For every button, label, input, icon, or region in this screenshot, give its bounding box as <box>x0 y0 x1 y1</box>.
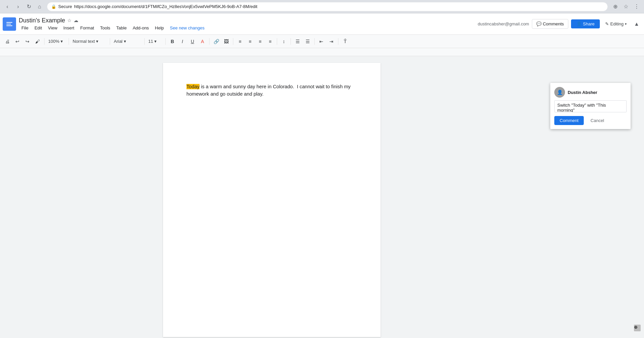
menu-file[interactable]: File <box>19 25 31 31</box>
style-selector[interactable]: Normal text ▾ <box>71 37 108 46</box>
align-justify-button[interactable]: ≡ <box>265 37 275 46</box>
undo-button[interactable]: ↩ <box>13 37 22 46</box>
comment-submit-button[interactable]: Comment <box>554 116 584 125</box>
bullet-list-button[interactable]: ☰ <box>303 37 312 46</box>
align-left-button[interactable]: ≡ <box>235 37 245 46</box>
size-value: 11 <box>148 39 153 44</box>
image-button[interactable]: 🖼 <box>222 37 231 46</box>
numbered-list-button[interactable]: ☰ <box>293 37 302 46</box>
underline-button[interactable]: U <box>188 37 197 46</box>
format-paint-button[interactable]: 🖌 <box>33 37 42 46</box>
divider-2 <box>69 38 69 45</box>
forward-button[interactable]: › <box>13 2 23 11</box>
address-text: https://docs.google.com/document/d/1FTMi… <box>74 4 257 9</box>
menu-format[interactable]: Format <box>78 25 97 31</box>
reload-button[interactable]: ↻ <box>24 2 33 11</box>
highlighted-word[interactable]: Today <box>186 84 199 89</box>
comment-icon: 💬 <box>536 21 542 26</box>
size-chevron: ▾ <box>154 39 157 44</box>
share-icon: 👤 <box>576 21 582 26</box>
menu-help[interactable]: Help <box>152 25 167 31</box>
line-spacing-button[interactable]: ↕ <box>279 37 289 46</box>
text-color-button[interactable]: A <box>198 37 207 46</box>
app-header: Dustin's Example ☆ ☁ File Edit View Inse… <box>0 13 644 35</box>
italic-button[interactable]: I <box>178 37 187 46</box>
indent-more-button[interactable]: ⇥ <box>327 37 336 46</box>
logo-line-1 <box>6 22 12 23</box>
toolbar: 🖨 ↩ ↪ 🖌 100% ▾ Normal text ▾ Arial ▾ 11 … <box>0 35 644 48</box>
menu-edit[interactable]: Edit <box>32 25 45 31</box>
font-selector[interactable]: Arial ▾ <box>112 37 142 46</box>
menu-addons[interactable]: Add-ons <box>130 25 151 31</box>
browser-chrome: ‹ › ↻ ⌂ 🔒 Secure https://docs.google.com… <box>0 0 644 13</box>
home-button[interactable]: ⌂ <box>35 2 44 11</box>
doc-area[interactable]: Today is a warm and sunny day here in Co… <box>0 56 544 338</box>
clear-format-button[interactable]: T̄ <box>340 37 350 46</box>
menu-table[interactable]: Table <box>113 25 129 31</box>
style-chevron: ▾ <box>96 39 98 44</box>
doc-page[interactable]: Today is a warm and sunny day here in Co… <box>163 63 381 337</box>
user-email: dustincabsher@gmail.com <box>478 21 529 26</box>
share-button[interactable]: 👤 Share <box>571 19 600 28</box>
star-icon[interactable]: ☆ <box>67 18 72 23</box>
settings-button[interactable]: ⋮ <box>632 2 641 11</box>
ruler-marks <box>0 48 644 56</box>
divider-3 <box>110 38 110 45</box>
divider-7 <box>233 38 233 45</box>
font-chevron: ▾ <box>124 39 126 44</box>
extensions-button[interactable]: ⊕ <box>611 2 620 11</box>
comment-box: 👤 Dustin Absher Comment Cancel <box>550 83 631 129</box>
cancel-button[interactable]: Cancel <box>586 116 608 125</box>
ruler <box>0 48 644 56</box>
main-area: Today is a warm and sunny day here in Co… <box>0 56 644 338</box>
bold-button[interactable]: B <box>168 37 177 46</box>
menu-view[interactable]: View <box>45 25 60 31</box>
doc-title-row: Dustin's Example ☆ ☁ <box>19 17 205 24</box>
comment-input[interactable] <box>554 100 627 112</box>
header-right: dustincabsher@gmail.com 💬 Comments 👤 Sha… <box>478 19 641 29</box>
print-button[interactable]: 🖨 <box>3 37 12 46</box>
divider-9 <box>291 38 291 45</box>
logo-lines <box>6 22 12 26</box>
chevron-down-icon: ▾ <box>625 22 627 26</box>
font-value: Arial <box>114 39 123 44</box>
zoom-value: 100% <box>48 39 59 44</box>
divider-1 <box>44 38 45 45</box>
comment-header: 👤 Dustin Absher <box>554 87 627 98</box>
indent-less-button[interactable]: ⇤ <box>317 37 326 46</box>
editing-label: Editing <box>610 21 624 26</box>
share-label: Share <box>583 21 595 26</box>
menu-insert[interactable]: Insert <box>61 25 77 31</box>
comments-label: Comments <box>543 21 564 26</box>
scroll-to-bottom-button[interactable]: ⊕ <box>634 325 641 331</box>
commenter-name: Dustin Absher <box>568 90 597 95</box>
align-right-button[interactable]: ≡ <box>255 37 265 46</box>
align-center-button[interactable]: ≡ <box>245 37 255 46</box>
comments-button[interactable]: 💬 Comments <box>532 19 568 29</box>
back-button[interactable]: ‹ <box>3 2 12 11</box>
style-value: Normal text <box>73 39 95 44</box>
collapse-button[interactable]: ▲ <box>632 19 641 29</box>
doc-text[interactable]: Today is a warm and sunny day here in Co… <box>186 83 357 98</box>
cloud-icon[interactable]: ☁ <box>74 18 78 23</box>
font-size-selector[interactable]: 11 ▾ <box>147 37 163 46</box>
logo-line-3 <box>6 25 12 26</box>
divider-11 <box>338 38 338 45</box>
menu-tools[interactable]: Tools <box>97 25 113 31</box>
right-sidebar: 👤 Dustin Absher Comment Cancel ⊕ <box>544 56 644 338</box>
comment-actions: Comment Cancel <box>554 116 627 125</box>
redo-button[interactable]: ↪ <box>23 37 32 46</box>
zoom-selector[interactable]: 100% ▾ <box>47 37 67 46</box>
bookmark-button[interactable]: ☆ <box>621 2 631 11</box>
docs-logo <box>3 17 16 31</box>
address-bar[interactable]: 🔒 Secure https://docs.google.com/documen… <box>47 2 608 11</box>
divider-10 <box>314 38 315 45</box>
link-button[interactable]: 🔗 <box>212 37 221 46</box>
see-new-changes-link[interactable]: See new changes <box>170 25 205 30</box>
pencil-icon: ✎ <box>605 21 609 26</box>
logo-line-2 <box>6 24 11 24</box>
editing-mode-button[interactable]: ✎ Editing ▾ <box>602 19 629 29</box>
doc-title[interactable]: Dustin's Example <box>19 17 65 24</box>
avatar-icon: 👤 <box>557 90 563 95</box>
zoom-chevron: ▾ <box>61 39 63 44</box>
